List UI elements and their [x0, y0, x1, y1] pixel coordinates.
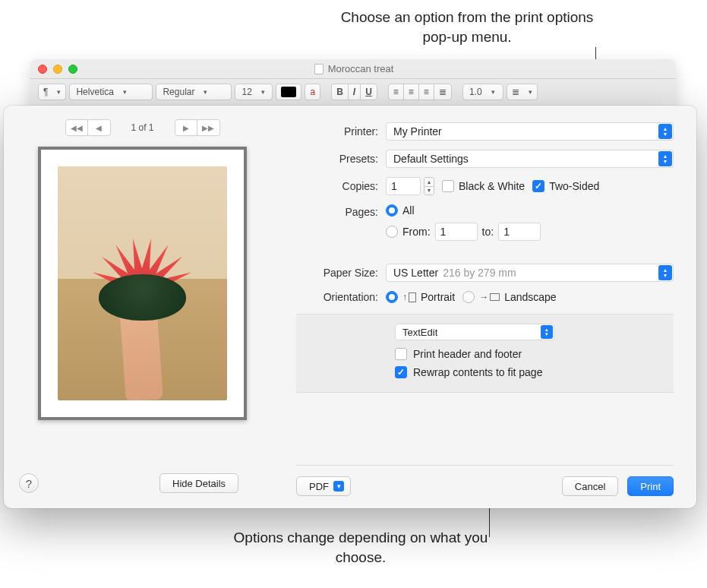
- cancel-button[interactable]: Cancel: [562, 476, 618, 496]
- page-preview: [38, 147, 247, 420]
- close-icon[interactable]: [38, 65, 47, 74]
- italic-button[interactable]: I: [348, 84, 360, 100]
- help-button[interactable]: ?: [19, 473, 39, 493]
- minimize-icon[interactable]: [53, 65, 62, 74]
- landscape-icon: →: [479, 292, 500, 302]
- black-white-label: Black & White: [459, 180, 525, 192]
- presets-label: Presets:: [296, 153, 386, 165]
- line-spacing-menu[interactable]: 1.0: [462, 84, 503, 100]
- radio-icon: [386, 291, 398, 303]
- bold-button[interactable]: B: [331, 84, 348, 100]
- preview-image: [58, 166, 227, 400]
- landscape-label: Landscape: [504, 291, 557, 303]
- two-sided-checkbox[interactable]: Two-Sided: [532, 180, 599, 192]
- alignment-group: ≡ ≡ ≡ ≣: [388, 84, 452, 100]
- orientation-label: Orientation:: [296, 291, 386, 303]
- orientation-portrait-radio[interactable]: ↑ Portrait: [386, 291, 455, 303]
- prev-page-button[interactable]: ◀: [88, 119, 111, 136]
- text-color-button[interactable]: [276, 84, 301, 100]
- titlebar: Moroccan treat: [30, 59, 676, 79]
- font-style-menu[interactable]: Regular: [156, 84, 232, 100]
- print-button[interactable]: Print: [627, 476, 674, 496]
- page-indicator: 1 of 1: [123, 122, 163, 133]
- text-style-group: B I U: [331, 84, 377, 100]
- align-left-button[interactable]: ≡: [388, 84, 403, 100]
- last-page-button[interactable]: ▶▶: [197, 119, 220, 136]
- font-family-menu[interactable]: Helvetica: [69, 84, 153, 100]
- pages-from-label: From:: [402, 226, 431, 238]
- two-sided-label: Two-Sided: [549, 180, 599, 192]
- portrait-label: Portrait: [421, 291, 455, 303]
- presets-value: Default Settings: [393, 153, 469, 165]
- hide-details-button[interactable]: Hide Details: [159, 473, 238, 493]
- checkbox-icon: [532, 180, 544, 192]
- settings-pane: Printer: My Printer Presets: Default Set…: [281, 106, 696, 508]
- align-right-button[interactable]: ≡: [418, 84, 434, 100]
- align-center-button[interactable]: ≡: [403, 84, 418, 100]
- chevron-down-icon: ▾: [333, 481, 344, 492]
- black-white-checkbox[interactable]: Black & White: [442, 180, 525, 192]
- callout-bottom: Options change depending on what you cho…: [209, 528, 513, 567]
- radio-icon: [386, 226, 398, 238]
- next-page-button[interactable]: ▶: [175, 119, 197, 136]
- document-icon: [314, 64, 324, 74]
- copies-label: Copies:: [296, 180, 386, 192]
- pages-from-radio[interactable]: From:: [386, 226, 431, 238]
- paper-size-subtext: 216 by 279 mm: [443, 267, 516, 279]
- rewrap-label: Rewrap contents to fit page: [413, 366, 542, 378]
- font-size-menu[interactable]: 12: [235, 84, 273, 100]
- copies-input[interactable]: 1: [386, 177, 421, 195]
- print-options-block: TextEdit Print header and footer Rewrap …: [296, 314, 674, 393]
- callout-top: Choose an option from the print options …: [327, 8, 608, 46]
- preview-pane: ◀◀ ◀ 1 of 1 ▶ ▶▶: [4, 106, 281, 508]
- paper-size-popup[interactable]: US Letter 216 by 279 mm: [386, 264, 674, 282]
- radio-icon: [386, 204, 398, 217]
- checkbox-icon: [395, 366, 407, 378]
- printer-label: Printer:: [296, 125, 386, 138]
- pages-all-radio[interactable]: All: [386, 204, 415, 217]
- rewrap-checkbox[interactable]: Rewrap contents to fit page: [296, 363, 674, 381]
- header-footer-label: Print header and footer: [413, 348, 522, 360]
- chevron-updown-icon: [658, 124, 672, 139]
- chevron-updown-icon: [658, 151, 672, 166]
- checkbox-icon: [442, 180, 454, 192]
- print-dialog: ◀◀ ◀ 1 of 1 ▶ ▶▶: [4, 106, 696, 508]
- first-page-button[interactable]: ◀◀: [65, 119, 88, 136]
- presets-popup[interactable]: Default Settings: [386, 150, 674, 168]
- page-navigator: ◀◀ ◀ 1 of 1 ▶ ▶▶: [65, 119, 220, 136]
- color-swatch-icon: [281, 87, 296, 97]
- paragraph-style-menu[interactable]: ¶: [38, 84, 66, 100]
- paper-size-value: US Letter: [393, 267, 438, 279]
- pdf-button-label: PDF: [309, 481, 329, 492]
- underline-button[interactable]: U: [360, 84, 377, 100]
- document-title: Moroccan treat: [84, 63, 624, 74]
- printer-popup[interactable]: My Printer: [386, 122, 674, 141]
- pages-to-label: to:: [482, 226, 494, 238]
- checkbox-icon: [395, 348, 407, 360]
- format-toolbar: ¶ Helvetica Regular 12 a B I U ≡ ≡ ≡ ≣ 1…: [30, 79, 676, 105]
- highlight-icon: a: [310, 87, 315, 97]
- dialog-footer: PDF ▾ Cancel Print: [296, 465, 674, 496]
- document-title-text: Moroccan treat: [328, 63, 394, 74]
- portrait-icon: ↑: [402, 292, 416, 302]
- radio-icon: [462, 291, 475, 303]
- zoom-icon[interactable]: [68, 65, 77, 74]
- chevron-updown-icon: [541, 325, 553, 339]
- list-style-menu[interactable]: ≣: [507, 84, 538, 100]
- paper-size-label: Paper Size:: [296, 267, 386, 279]
- window-controls[interactable]: [38, 65, 77, 74]
- chevron-updown-icon: [658, 265, 672, 280]
- pages-all-label: All: [402, 204, 415, 217]
- highlight-color-button[interactable]: a: [305, 84, 320, 100]
- print-options-value: TextEdit: [402, 327, 437, 338]
- copies-stepper[interactable]: ▴▾: [424, 177, 434, 195]
- header-footer-checkbox[interactable]: Print header and footer: [296, 345, 674, 363]
- orientation-landscape-radio[interactable]: → Landscape: [462, 291, 557, 303]
- pages-to-input[interactable]: 1: [498, 223, 541, 241]
- pdf-button[interactable]: PDF ▾: [296, 476, 351, 496]
- print-options-popup[interactable]: TextEdit: [395, 324, 554, 340]
- printer-value: My Printer: [393, 125, 442, 138]
- pages-from-input[interactable]: 1: [435, 223, 478, 241]
- align-justify-button[interactable]: ≣: [434, 84, 452, 100]
- pages-label: Pages:: [296, 204, 386, 218]
